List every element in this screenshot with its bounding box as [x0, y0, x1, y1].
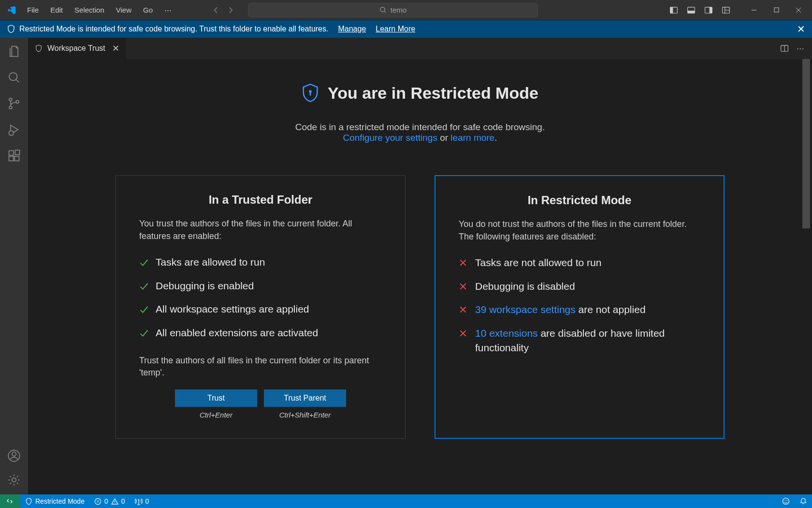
- menu-file[interactable]: File: [22, 4, 44, 16]
- explorer-icon[interactable]: [6, 44, 22, 59]
- warning-icon: [111, 498, 118, 505]
- hero-subtitle: Code is in a restricted mode intended fo…: [91, 122, 749, 133]
- svg-rect-14: [9, 151, 14, 155]
- extensions-icon[interactable]: [6, 148, 22, 164]
- svg-point-13: [9, 131, 14, 135]
- shield-icon: [7, 25, 15, 33]
- status-notifications-icon[interactable]: [795, 497, 812, 505]
- x-icon: [459, 305, 468, 315]
- svg-point-24: [138, 499, 139, 501]
- configure-settings-link[interactable]: Configure your settings: [343, 133, 437, 143]
- learn-more-link[interactable]: learn more: [450, 133, 494, 143]
- workspace-trust-editor: You are in Restricted Mode Code is in a …: [28, 59, 812, 494]
- x-icon: [459, 329, 468, 339]
- restricted-card-desc: You do not trust the authors of the file…: [459, 218, 700, 243]
- svg-rect-17: [15, 150, 19, 154]
- status-ports[interactable]: 0: [130, 494, 154, 508]
- more-actions-icon[interactable]: ⋯: [797, 44, 804, 53]
- check-icon: [139, 329, 149, 338]
- maximize-icon[interactable]: [770, 4, 782, 16]
- toggle-secondary-sidebar-icon[interactable]: [703, 4, 714, 16]
- svg-point-9: [9, 73, 17, 80]
- check-icon: [139, 305, 149, 314]
- remote-indicator[interactable]: [0, 494, 20, 508]
- vscode-logo-icon: [7, 5, 16, 15]
- restricted-mode-card: In Restricted Mode You do not trust the …: [435, 175, 725, 439]
- toggle-primary-sidebar-icon[interactable]: [668, 4, 680, 16]
- menu-edit[interactable]: Edit: [45, 4, 68, 16]
- menubar: File Edit Selection View Go ⋯: [22, 4, 176, 16]
- svg-point-22: [309, 90, 312, 93]
- svg-rect-8: [774, 8, 779, 12]
- check-icon: [139, 282, 149, 291]
- nav-forward-icon[interactable]: [225, 4, 236, 16]
- restricted-card-title: In Restricted Mode: [459, 194, 700, 207]
- check-icon: [139, 258, 149, 268]
- nav-back-icon[interactable]: [210, 4, 222, 16]
- x-icon: [459, 258, 468, 268]
- x-icon: [459, 282, 468, 292]
- banner-close-icon[interactable]: ✕: [797, 23, 805, 35]
- menu-selection[interactable]: Selection: [70, 4, 109, 16]
- search-icon[interactable]: [6, 70, 22, 85]
- svg-point-20: [12, 478, 16, 482]
- trust-parent-shortcut: Ctrl+Shift+Enter: [279, 411, 331, 419]
- svg-point-26: [784, 500, 785, 501]
- error-icon: [94, 498, 102, 505]
- menu-overflow[interactable]: ⋯: [160, 4, 176, 16]
- trusted-card-footer: Trust the authors of all files in the cu…: [139, 355, 382, 379]
- status-problems[interactable]: 0 0: [89, 494, 130, 508]
- radio-tower-icon: [135, 497, 143, 505]
- trusted-card-desc: You trust the authors of the files in th…: [139, 217, 382, 242]
- editor-scrollbar[interactable]: [802, 59, 810, 494]
- status-restricted-mode[interactable]: Restricted Mode: [20, 494, 89, 508]
- banner-learn-more-link[interactable]: Learn More: [376, 25, 415, 33]
- trust-parent-button[interactable]: Trust Parent: [264, 389, 346, 407]
- command-center[interactable]: temo: [248, 3, 538, 17]
- tab-workspace-trust[interactable]: Workspace Trust ✕: [28, 38, 127, 59]
- restricted-mode-banner: Restricted Mode is intended for safe cod…: [0, 20, 812, 38]
- svg-point-12: [16, 101, 19, 104]
- settings-gear-icon[interactable]: [6, 472, 22, 488]
- menu-view[interactable]: View: [111, 4, 136, 16]
- tab-label: Workspace Trust: [47, 44, 105, 53]
- search-text: temo: [391, 6, 406, 14]
- titlebar: File Edit Selection View Go ⋯ temo: [0, 0, 812, 20]
- shield-icon: [25, 498, 32, 505]
- layout-controls: [668, 4, 732, 16]
- status-feedback-icon[interactable]: [777, 497, 795, 505]
- tab-close-icon[interactable]: ✕: [112, 43, 119, 54]
- source-control-icon[interactable]: [6, 96, 22, 111]
- shield-icon: [35, 45, 43, 52]
- workspace-settings-link[interactable]: 39 workspace settings: [475, 304, 576, 315]
- extensions-link[interactable]: 10 extensions: [475, 328, 538, 339]
- window-controls: [748, 4, 804, 16]
- shield-lock-icon: [302, 83, 319, 103]
- svg-rect-15: [9, 156, 14, 161]
- search-icon: [379, 6, 387, 14]
- split-editor-icon[interactable]: [780, 44, 789, 53]
- svg-point-0: [380, 7, 385, 12]
- banner-manage-link[interactable]: Manage: [338, 25, 366, 33]
- svg-point-11: [9, 106, 12, 109]
- close-window-icon[interactable]: [793, 4, 804, 16]
- banner-text: Restricted Mode is intended for safe cod…: [19, 25, 328, 33]
- statusbar: Restricted Mode 0 0 0: [0, 494, 812, 508]
- svg-point-25: [783, 498, 789, 505]
- svg-rect-16: [14, 156, 19, 161]
- accounts-icon[interactable]: [6, 448, 22, 463]
- activity-bar: [0, 38, 28, 494]
- menu-go[interactable]: Go: [138, 4, 158, 16]
- svg-rect-4: [688, 11, 695, 13]
- toggle-panel-icon[interactable]: [685, 4, 697, 16]
- minimize-icon[interactable]: [748, 4, 760, 16]
- nav-arrows: [210, 4, 236, 16]
- svg-point-10: [9, 98, 12, 101]
- page-title: You are in Restricted Mode: [302, 83, 538, 103]
- trust-button[interactable]: Trust: [175, 389, 257, 407]
- customize-layout-icon[interactable]: [720, 4, 732, 16]
- svg-rect-6: [710, 7, 712, 13]
- trusted-card-title: In a Trusted Folder: [139, 193, 382, 207]
- svg-point-19: [12, 452, 16, 456]
- run-debug-icon[interactable]: [6, 122, 22, 137]
